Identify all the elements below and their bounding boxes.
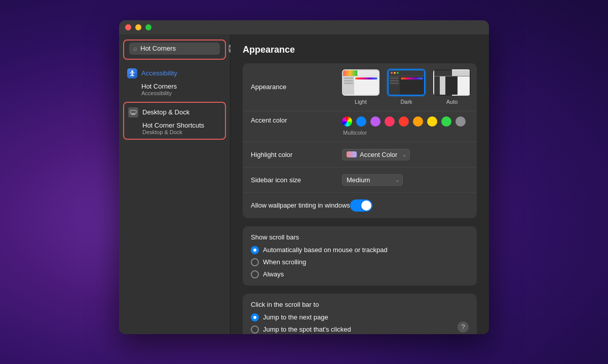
appearance-control: Light [342, 69, 471, 105]
accent-color-orange[interactable] [413, 116, 423, 127]
highlight-color-control: Accent Color ⌄ [342, 149, 469, 160]
search-box[interactable]: ⌕ × [129, 43, 220, 55]
dock-label: Desktop & Dock [142, 108, 189, 116]
maximize-button[interactable] [145, 24, 151, 30]
highlight-color-row: Highlight color Accent Color ⌄ [243, 142, 477, 168]
appearance-option-light[interactable]: Light [342, 69, 379, 105]
hot-corner-shortcuts-title: Hot Corner Shortcuts [142, 122, 221, 129]
sidebar-icon-size-control: Medium ⌄ [342, 174, 469, 186]
accent-color-green[interactable] [441, 116, 451, 127]
chevron-down-icon: ⌄ [395, 177, 399, 183]
multicolor-label: Multicolor [342, 130, 466, 136]
hot-corners-subtitle: Accessibility [141, 90, 222, 96]
light-thumb-colorbar [355, 77, 377, 79]
accent-color-pink[interactable] [385, 116, 395, 127]
desktop-dock-icon [128, 107, 138, 117]
sidebar-line [390, 83, 399, 84]
sidebar-item-desktop-dock[interactable]: Desktop & Dock [124, 105, 225, 120]
accent-color-blue[interactable] [356, 116, 366, 127]
accessibility-label: Accessibility [141, 69, 177, 77]
accent-color-label: Accent color [251, 116, 342, 124]
appearance-option-dark[interactable]: Dark [388, 69, 425, 105]
light-label: Light [355, 99, 367, 105]
appearance-options: Light [342, 69, 471, 105]
help-button[interactable]: ? [458, 321, 469, 333]
chevron-down-icon: ⌄ [402, 152, 406, 157]
panel-title: Appearance [243, 45, 477, 55]
click-scroll-bar-section: Click in the scroll bar to Jump to the n… [243, 294, 477, 334]
scroll-always-radio[interactable] [251, 270, 259, 278]
show-scroll-bars-label: Show scroll bars [251, 233, 469, 241]
main-content: Appearance Appearance [231, 34, 489, 334]
sidebar-result-hot-corner-shortcuts[interactable]: Hot Corner Shortcuts Desktop & Dock [124, 120, 225, 137]
click-next-page-radio[interactable] [251, 313, 259, 321]
sidebar-dot [344, 83, 353, 84]
svg-rect-1 [130, 110, 136, 113]
click-next-page-option[interactable]: Jump to the next page [251, 313, 469, 321]
appearance-option-auto[interactable]: Auto [433, 69, 471, 105]
light-thumb-main [354, 76, 378, 95]
accent-color-multicolor[interactable] [342, 116, 352, 127]
light-thumb-sidebar [343, 76, 354, 95]
highlight-color-dropdown[interactable]: Accent Color ⌄ [342, 149, 410, 160]
scroll-bar-radio-group: Automatically based on mouse or trackpad… [251, 246, 469, 278]
accent-color-control: Multicolor [342, 116, 469, 136]
sidebar-icon-size-dropdown[interactable]: Medium ⌄ [342, 174, 403, 186]
accessibility-icon [127, 68, 137, 78]
scroll-auto-radio[interactable] [251, 246, 259, 254]
show-scroll-bars-section: Show scroll bars Automatically based on … [243, 226, 477, 286]
search-box-highlighted: ⌕ × [123, 39, 226, 60]
accent-color-red[interactable] [399, 116, 409, 127]
wallpaper-tinting-row: Allow wallpaper tinting in windows [243, 193, 477, 218]
scroll-auto-option[interactable]: Automatically based on mouse or trackpad [251, 246, 469, 254]
auto-thumb-bar [434, 70, 470, 76]
auto-thumb-sidebar [434, 76, 445, 95]
highlight-swatch [347, 151, 357, 157]
light-thumbnail [342, 69, 379, 96]
dark-label: Dark [400, 99, 412, 105]
scroll-always-label: Always [263, 270, 284, 278]
click-spot-radio[interactable] [251, 326, 259, 334]
sidebar-icon-size-value: Medium [347, 176, 370, 184]
light-thumb-bar [343, 70, 378, 76]
dark-thumb-content [389, 76, 424, 95]
hot-corner-shortcuts-subtitle: Desktop & Dock [142, 129, 221, 135]
accent-color-graphite[interactable] [455, 116, 466, 127]
close-dot [391, 72, 393, 74]
click-spot-option[interactable]: Jump to the spot that's clicked [251, 326, 469, 334]
dark-thumb-main [400, 76, 424, 95]
sidebar-line [390, 80, 399, 82]
scroll-when-scrolling-option[interactable]: When scrolling [251, 258, 469, 266]
search-icon: ⌕ [133, 45, 137, 52]
light-thumb-content [343, 76, 378, 95]
title-bar [119, 20, 489, 34]
scroll-always-option[interactable]: Always [251, 270, 469, 278]
appearance-section: Appearance [243, 63, 477, 218]
svg-rect-2 [131, 114, 135, 115]
sidebar-result-hot-corners-accessibility[interactable]: Hot Corners Accessibility [123, 81, 226, 98]
accent-color-row: Accent color [243, 111, 477, 142]
wallpaper-tinting-label: Allow wallpaper tinting in windows [251, 201, 350, 209]
scroll-when-scrolling-radio[interactable] [251, 258, 259, 266]
max-dot [397, 72, 399, 74]
appearance-label: Appearance [251, 83, 342, 91]
dark-thumb-bar [389, 70, 424, 76]
sidebar-icon-size-label: Sidebar icon size [251, 176, 342, 184]
sidebar-icon-size-row: Sidebar icon size Medium ⌄ [243, 168, 477, 193]
accent-colors: Multicolor [342, 116, 466, 136]
click-scroll-radio-group: Jump to the next page Jump to the spot t… [251, 313, 469, 334]
dark-thumb-colorbar [401, 77, 423, 79]
accent-color-purple[interactable] [370, 116, 381, 127]
wallpaper-tinting-toggle[interactable] [350, 199, 372, 212]
sidebar-item-accessibility[interactable]: Accessibility [123, 66, 226, 81]
search-input[interactable] [140, 45, 225, 52]
click-scroll-bar-label: Click in the scroll bar to [251, 301, 469, 308]
minimize-button[interactable] [135, 24, 141, 30]
scroll-when-scrolling-label: When scrolling [263, 258, 306, 266]
dark-thumb-sidebar [389, 76, 400, 95]
close-button[interactable] [125, 24, 131, 30]
accent-color-yellow[interactable] [427, 116, 437, 127]
accessibility-section: Accessibility Hot Corners Accessibility [119, 65, 230, 99]
color-dots-row [342, 116, 466, 127]
hot-corners-title: Hot Corners [141, 83, 222, 90]
